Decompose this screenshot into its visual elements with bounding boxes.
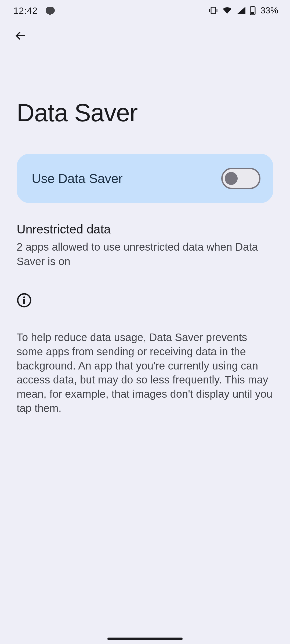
use-data-saver-card[interactable]: Use Data Saver xyxy=(17,154,273,203)
battery-icon xyxy=(250,6,256,15)
unrestricted-data-title: Unrestricted data xyxy=(17,222,273,236)
nav-handle[interactable] xyxy=(107,638,183,640)
chat-notification-icon xyxy=(46,7,55,14)
info-icon-wrap xyxy=(17,293,273,309)
back-button[interactable] xyxy=(10,25,31,46)
info-text: To help reduce data usage, Data Saver pr… xyxy=(17,330,273,415)
wifi-icon xyxy=(222,6,233,15)
info-icon xyxy=(17,293,32,308)
use-data-saver-label: Use Data Saver xyxy=(32,171,123,186)
svg-rect-5 xyxy=(251,12,254,14)
vibrate-icon xyxy=(208,6,218,15)
use-data-saver-switch[interactable] xyxy=(221,168,260,189)
app-bar xyxy=(0,21,290,50)
battery-percentage: 33% xyxy=(260,5,278,16)
unrestricted-data-item[interactable]: Unrestricted data 2 apps allowed to use … xyxy=(0,203,290,269)
svg-rect-8 xyxy=(23,299,25,304)
cell-signal-icon xyxy=(236,6,246,15)
status-time: 12:42 xyxy=(13,5,38,16)
status-bar: 12:42 xyxy=(0,0,290,21)
unrestricted-data-subtitle: 2 apps allowed to use unrestricted data … xyxy=(17,240,273,269)
page-title-container: Data Saver xyxy=(0,50,290,154)
page-title: Data Saver xyxy=(17,99,273,127)
switch-thumb xyxy=(225,172,238,185)
status-right: 33% xyxy=(208,5,278,16)
arrow-back-icon xyxy=(14,29,27,42)
svg-rect-0 xyxy=(211,7,215,14)
status-left: 12:42 xyxy=(13,5,55,16)
info-section: To help reduce data usage, Data Saver pr… xyxy=(0,269,290,415)
svg-point-7 xyxy=(23,297,25,298)
